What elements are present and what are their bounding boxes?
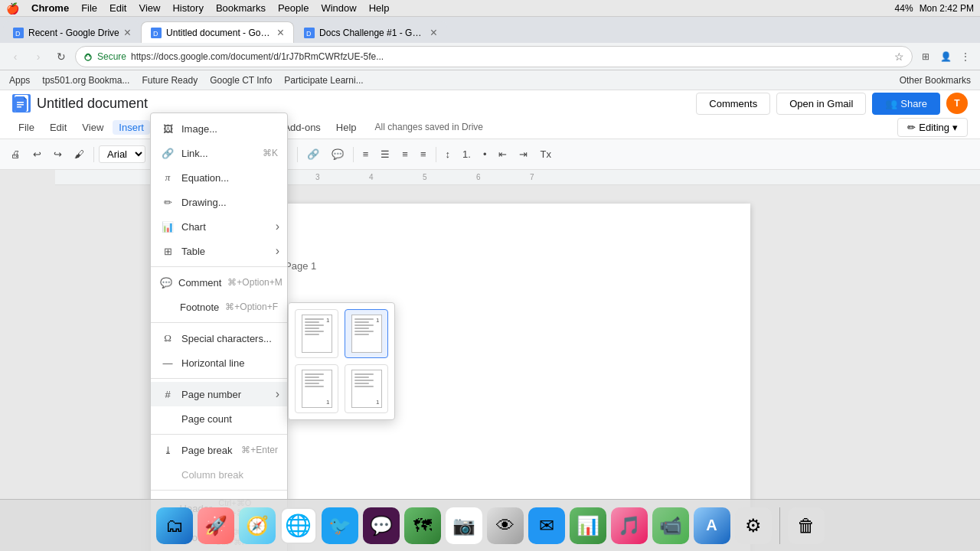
bookmark-futureready[interactable]: Future Ready [139, 73, 201, 87]
docs-body: 1 2 3 4 5 6 7 Page 1 [0, 170, 980, 551]
mac-menu-edit[interactable]: Edit [109, 2, 126, 14]
page-num-top-right-active[interactable]: 1 [345, 309, 388, 358]
dock-music[interactable]: 🎵 [611, 507, 648, 544]
bookmark-tps[interactable]: tps501.org Bookma... [39, 73, 132, 87]
align-center-button[interactable]: ☰ [376, 145, 394, 163]
comments-button[interactable]: Comments [696, 93, 770, 115]
align-right-button[interactable]: ≡ [397, 145, 413, 163]
comment-button[interactable]: 💬 [327, 145, 348, 163]
profile-icon[interactable]: 👤 [937, 48, 954, 65]
forward-button[interactable]: › [29, 47, 47, 66]
menu-item-chart[interactable]: 📊 Chart [151, 214, 287, 239]
mac-menu-file[interactable]: File [81, 2, 97, 14]
tab-close-recent[interactable]: × [124, 27, 131, 39]
dock-chrome[interactable]: 🌐 [280, 507, 317, 544]
align-justify-button[interactable]: ≡ [416, 145, 431, 163]
dock-numbers[interactable]: 📊 [570, 507, 606, 544]
dock-trash[interactable]: 🗑 [788, 507, 825, 544]
page-num-top-right[interactable]: 1 [295, 309, 338, 358]
menu-item-link[interactable]: 🔗 Link... ⌘K [151, 141, 287, 165]
undo-button[interactable]: ↩ [28, 145, 46, 163]
menu-item-page-break[interactable]: ⤓ Page break ⌘+Enter [151, 438, 287, 462]
open-gmail-button[interactable]: Open in Gmail [776, 93, 866, 115]
docs-page-area[interactable]: 1 2 3 4 5 6 7 Page 1 [0, 170, 980, 551]
mac-menu-history[interactable]: History [172, 2, 203, 14]
menu-item-page-number[interactable]: # Page number [151, 382, 287, 406]
mac-menu-bookmarks[interactable]: Bookmarks [216, 2, 266, 14]
share-button[interactable]: 👥 Share [872, 93, 940, 115]
menu-item-comment[interactable]: 💬 Comment ⌘+Option+M [151, 270, 287, 295]
bookmark-other[interactable]: Other Bookmarks [897, 73, 974, 87]
page-break-icon: ⤓ [160, 442, 175, 458]
menu-item-equation[interactable]: π Equation... [151, 165, 287, 190]
mac-menu-bar: 🍎 Chrome File Edit View History Bookmark… [0, 0, 980, 17]
more-icon[interactable]: ⋮ [957, 48, 974, 65]
dock-launchpad[interactable]: 🚀 [198, 507, 234, 544]
dock-preview[interactable]: 👁 [487, 507, 524, 544]
dock-settings[interactable]: ⚙ [735, 507, 772, 544]
bookmark-googlect[interactable]: Google CT Info [207, 73, 275, 87]
link-button[interactable]: 🔗 [302, 145, 324, 163]
clear-format-button[interactable]: Tx [535, 145, 555, 163]
bookmark-apps[interactable]: Apps [6, 73, 33, 87]
reload-button[interactable]: ↻ [52, 47, 70, 66]
finder-icon: 🗂 [165, 515, 184, 536]
menu-item-horizontal-line[interactable]: — Horizontal line [151, 350, 287, 375]
dock-twitter[interactable]: 🐦 [322, 507, 358, 544]
chevron-down-icon: ▾ [952, 122, 958, 133]
dock-slack[interactable]: 💬 [363, 507, 400, 544]
user-avatar[interactable]: T [946, 93, 968, 114]
mac-dock: 🗂 🚀 🧭 🌐 🐦 💬 🗺 📷 👁 ✉ 📊 🎵 📹 A ⚙ 🗑 [0, 499, 980, 551]
dock-safari[interactable]: 🧭 [239, 507, 276, 544]
line-spacing-button[interactable]: ↕ [441, 145, 456, 163]
print-button[interactable]: 🖨 [6, 145, 25, 163]
docs-menu-help[interactable]: Help [330, 120, 363, 135]
menu-item-page-count[interactable]: Page count [151, 406, 287, 431]
tab-challenge[interactable]: D Docs Challenge #1 - Google D... × [294, 21, 447, 43]
decrease-indent-button[interactable]: ⇤ [494, 145, 511, 163]
bookmark-participate[interactable]: Participate Learni... [281, 73, 366, 87]
extensions-icon[interactable]: ⊞ [917, 48, 934, 65]
star-icon[interactable]: ☆ [894, 51, 904, 63]
dock-appstore[interactable]: A [694, 507, 730, 544]
back-button[interactable]: ‹ [6, 47, 24, 66]
docs-menu-view[interactable]: View [76, 120, 109, 135]
mac-menu-view[interactable]: View [139, 2, 160, 14]
menu-item-drawing[interactable]: ✏ Drawing... [151, 190, 287, 214]
dock-facetime[interactable]: 📹 [652, 507, 689, 544]
mac-menu-people[interactable]: People [278, 2, 309, 14]
menu-item-table[interactable]: ⊞ Table [151, 239, 287, 263]
docs-menu-file[interactable]: File [12, 120, 41, 135]
url-text: https://docs.google.com/document/d/1rJ7b… [131, 51, 890, 62]
align-left-button[interactable]: ≡ [358, 145, 374, 163]
dock-finder[interactable]: 🗂 [156, 507, 193, 544]
tab-close-challenge[interactable]: × [430, 27, 437, 39]
menu-item-special-chars[interactable]: Ω Special characters... [151, 326, 287, 350]
ol-button[interactable]: 1. [458, 145, 475, 163]
tab-close-doc[interactable]: × [277, 27, 284, 39]
apple-icon[interactable]: 🍎 [6, 2, 19, 15]
menu-item-footnote[interactable]: Footnote ⌘+Option+F [151, 295, 287, 319]
page-num-bottom-right-2[interactable]: 1 [345, 364, 388, 413]
page-num-bottom-right[interactable]: 1 [295, 364, 338, 413]
mac-menu-window[interactable]: Window [321, 2, 356, 14]
paint-format-button[interactable]: 🖌 [70, 145, 89, 163]
mac-menu-chrome[interactable]: Chrome [31, 2, 69, 14]
mac-menu-help[interactable]: Help [369, 2, 390, 14]
bookmark-googlect-label: Google CT Info [210, 75, 272, 86]
dock-photos[interactable]: 📷 [446, 507, 482, 544]
tab-untitled-doc[interactable]: D Untitled document - Google D... × [141, 21, 294, 43]
ul-button[interactable]: • [479, 145, 492, 163]
docs-menu-edit[interactable]: Edit [44, 120, 73, 135]
menu-item-image[interactable]: 🖼 Image... [151, 116, 287, 141]
address-bar[interactable]: Secure https://docs.google.com/document/… [75, 46, 913, 67]
tab-recent-drive[interactable]: D Recent - Google Drive × [3, 21, 141, 43]
editing-button[interactable]: ✏ Editing ▾ [897, 118, 968, 137]
redo-button[interactable]: ↪ [49, 145, 67, 163]
increase-indent-button[interactable]: ⇥ [514, 145, 532, 163]
font-select[interactable]: Arial [99, 145, 145, 163]
docs-menu-insert[interactable]: Insert [113, 120, 150, 135]
mac-app-menus: Chrome File Edit View History Bookmarks … [31, 2, 389, 14]
dock-mail[interactable]: ✉ [528, 507, 565, 544]
dock-maps[interactable]: 🗺 [404, 507, 441, 544]
